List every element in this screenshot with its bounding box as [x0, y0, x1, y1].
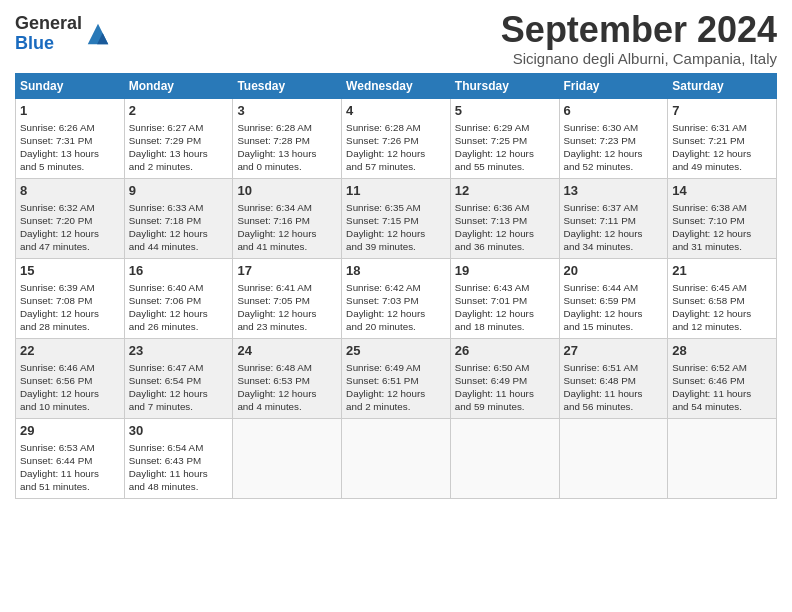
- day-number: 14: [672, 182, 772, 200]
- day-info: Sunrise: 6:52 AM Sunset: 6:46 PM Dayligh…: [672, 361, 772, 414]
- day-info: Sunrise: 6:30 AM Sunset: 7:23 PM Dayligh…: [564, 121, 664, 174]
- calendar-cell: 9Sunrise: 6:33 AM Sunset: 7:18 PM Daylig…: [124, 178, 233, 258]
- day-number: 21: [672, 262, 772, 280]
- calendar-cell: 26Sunrise: 6:50 AM Sunset: 6:49 PM Dayli…: [450, 338, 559, 418]
- week-row-2: 8Sunrise: 6:32 AM Sunset: 7:20 PM Daylig…: [16, 178, 777, 258]
- day-info: Sunrise: 6:47 AM Sunset: 6:54 PM Dayligh…: [129, 361, 229, 414]
- calendar-cell: 27Sunrise: 6:51 AM Sunset: 6:48 PM Dayli…: [559, 338, 668, 418]
- calendar-cell: 6Sunrise: 6:30 AM Sunset: 7:23 PM Daylig…: [559, 98, 668, 178]
- day-number: 15: [20, 262, 120, 280]
- day-info: Sunrise: 6:33 AM Sunset: 7:18 PM Dayligh…: [129, 201, 229, 254]
- weekday-header-wednesday: Wednesday: [342, 73, 451, 98]
- day-number: 17: [237, 262, 337, 280]
- calendar-cell: 16Sunrise: 6:40 AM Sunset: 7:06 PM Dayli…: [124, 258, 233, 338]
- calendar-cell: 4Sunrise: 6:28 AM Sunset: 7:26 PM Daylig…: [342, 98, 451, 178]
- day-info: Sunrise: 6:39 AM Sunset: 7:08 PM Dayligh…: [20, 281, 120, 334]
- day-number: 7: [672, 102, 772, 120]
- day-info: Sunrise: 6:51 AM Sunset: 6:48 PM Dayligh…: [564, 361, 664, 414]
- calendar-cell: [342, 418, 451, 498]
- week-row-1: 1Sunrise: 6:26 AM Sunset: 7:31 PM Daylig…: [16, 98, 777, 178]
- day-info: Sunrise: 6:37 AM Sunset: 7:11 PM Dayligh…: [564, 201, 664, 254]
- day-number: 1: [20, 102, 120, 120]
- day-info: Sunrise: 6:28 AM Sunset: 7:28 PM Dayligh…: [237, 121, 337, 174]
- weekday-header-monday: Monday: [124, 73, 233, 98]
- calendar-cell: 29Sunrise: 6:53 AM Sunset: 6:44 PM Dayli…: [16, 418, 125, 498]
- day-info: Sunrise: 6:29 AM Sunset: 7:25 PM Dayligh…: [455, 121, 555, 174]
- calendar-cell: 15Sunrise: 6:39 AM Sunset: 7:08 PM Dayli…: [16, 258, 125, 338]
- calendar-cell: [233, 418, 342, 498]
- day-number: 25: [346, 342, 446, 360]
- week-row-5: 29Sunrise: 6:53 AM Sunset: 6:44 PM Dayli…: [16, 418, 777, 498]
- calendar-cell: 13Sunrise: 6:37 AM Sunset: 7:11 PM Dayli…: [559, 178, 668, 258]
- calendar-cell: [559, 418, 668, 498]
- day-number: 5: [455, 102, 555, 120]
- day-info: Sunrise: 6:44 AM Sunset: 6:59 PM Dayligh…: [564, 281, 664, 334]
- calendar-cell: [450, 418, 559, 498]
- weekday-header-friday: Friday: [559, 73, 668, 98]
- day-info: Sunrise: 6:35 AM Sunset: 7:15 PM Dayligh…: [346, 201, 446, 254]
- weekday-header-saturday: Saturday: [668, 73, 777, 98]
- day-info: Sunrise: 6:49 AM Sunset: 6:51 PM Dayligh…: [346, 361, 446, 414]
- day-number: 3: [237, 102, 337, 120]
- week-row-3: 15Sunrise: 6:39 AM Sunset: 7:08 PM Dayli…: [16, 258, 777, 338]
- calendar-cell: 23Sunrise: 6:47 AM Sunset: 6:54 PM Dayli…: [124, 338, 233, 418]
- day-number: 11: [346, 182, 446, 200]
- logo-text: General Blue: [15, 14, 82, 54]
- day-info: Sunrise: 6:34 AM Sunset: 7:16 PM Dayligh…: [237, 201, 337, 254]
- calendar-cell: 18Sunrise: 6:42 AM Sunset: 7:03 PM Dayli…: [342, 258, 451, 338]
- day-number: 6: [564, 102, 664, 120]
- day-number: 27: [564, 342, 664, 360]
- logo-general: General: [15, 13, 82, 33]
- calendar-cell: 28Sunrise: 6:52 AM Sunset: 6:46 PM Dayli…: [668, 338, 777, 418]
- day-number: 22: [20, 342, 120, 360]
- calendar-cell: 22Sunrise: 6:46 AM Sunset: 6:56 PM Dayli…: [16, 338, 125, 418]
- day-number: 9: [129, 182, 229, 200]
- calendar-cell: 12Sunrise: 6:36 AM Sunset: 7:13 PM Dayli…: [450, 178, 559, 258]
- logo-icon: [84, 20, 112, 48]
- day-number: 13: [564, 182, 664, 200]
- day-info: Sunrise: 6:46 AM Sunset: 6:56 PM Dayligh…: [20, 361, 120, 414]
- day-info: Sunrise: 6:27 AM Sunset: 7:29 PM Dayligh…: [129, 121, 229, 174]
- day-info: Sunrise: 6:45 AM Sunset: 6:58 PM Dayligh…: [672, 281, 772, 334]
- calendar-header: SundayMondayTuesdayWednesdayThursdayFrid…: [16, 73, 777, 98]
- calendar-cell: 30Sunrise: 6:54 AM Sunset: 6:43 PM Dayli…: [124, 418, 233, 498]
- day-info: Sunrise: 6:42 AM Sunset: 7:03 PM Dayligh…: [346, 281, 446, 334]
- day-number: 28: [672, 342, 772, 360]
- day-number: 20: [564, 262, 664, 280]
- calendar-cell: [668, 418, 777, 498]
- day-number: 18: [346, 262, 446, 280]
- calendar-cell: 1Sunrise: 6:26 AM Sunset: 7:31 PM Daylig…: [16, 98, 125, 178]
- day-number: 16: [129, 262, 229, 280]
- day-number: 8: [20, 182, 120, 200]
- calendar-cell: 3Sunrise: 6:28 AM Sunset: 7:28 PM Daylig…: [233, 98, 342, 178]
- day-info: Sunrise: 6:32 AM Sunset: 7:20 PM Dayligh…: [20, 201, 120, 254]
- day-info: Sunrise: 6:28 AM Sunset: 7:26 PM Dayligh…: [346, 121, 446, 174]
- calendar: SundayMondayTuesdayWednesdayThursdayFrid…: [15, 73, 777, 499]
- calendar-cell: 10Sunrise: 6:34 AM Sunset: 7:16 PM Dayli…: [233, 178, 342, 258]
- day-number: 2: [129, 102, 229, 120]
- day-info: Sunrise: 6:36 AM Sunset: 7:13 PM Dayligh…: [455, 201, 555, 254]
- day-number: 10: [237, 182, 337, 200]
- day-info: Sunrise: 6:54 AM Sunset: 6:43 PM Dayligh…: [129, 441, 229, 494]
- calendar-cell: 20Sunrise: 6:44 AM Sunset: 6:59 PM Dayli…: [559, 258, 668, 338]
- month-title: September 2024: [501, 10, 777, 50]
- calendar-cell: 21Sunrise: 6:45 AM Sunset: 6:58 PM Dayli…: [668, 258, 777, 338]
- day-info: Sunrise: 6:38 AM Sunset: 7:10 PM Dayligh…: [672, 201, 772, 254]
- day-number: 4: [346, 102, 446, 120]
- day-info: Sunrise: 6:48 AM Sunset: 6:53 PM Dayligh…: [237, 361, 337, 414]
- day-info: Sunrise: 6:43 AM Sunset: 7:01 PM Dayligh…: [455, 281, 555, 334]
- day-number: 24: [237, 342, 337, 360]
- day-number: 19: [455, 262, 555, 280]
- calendar-cell: 8Sunrise: 6:32 AM Sunset: 7:20 PM Daylig…: [16, 178, 125, 258]
- day-number: 23: [129, 342, 229, 360]
- calendar-cell: 19Sunrise: 6:43 AM Sunset: 7:01 PM Dayli…: [450, 258, 559, 338]
- day-info: Sunrise: 6:50 AM Sunset: 6:49 PM Dayligh…: [455, 361, 555, 414]
- day-number: 29: [20, 422, 120, 440]
- calendar-cell: 25Sunrise: 6:49 AM Sunset: 6:51 PM Dayli…: [342, 338, 451, 418]
- weekday-header-thursday: Thursday: [450, 73, 559, 98]
- subtitle: Sicignano degli Alburni, Campania, Italy: [501, 50, 777, 67]
- day-info: Sunrise: 6:41 AM Sunset: 7:05 PM Dayligh…: [237, 281, 337, 334]
- day-info: Sunrise: 6:53 AM Sunset: 6:44 PM Dayligh…: [20, 441, 120, 494]
- week-row-4: 22Sunrise: 6:46 AM Sunset: 6:56 PM Dayli…: [16, 338, 777, 418]
- day-number: 26: [455, 342, 555, 360]
